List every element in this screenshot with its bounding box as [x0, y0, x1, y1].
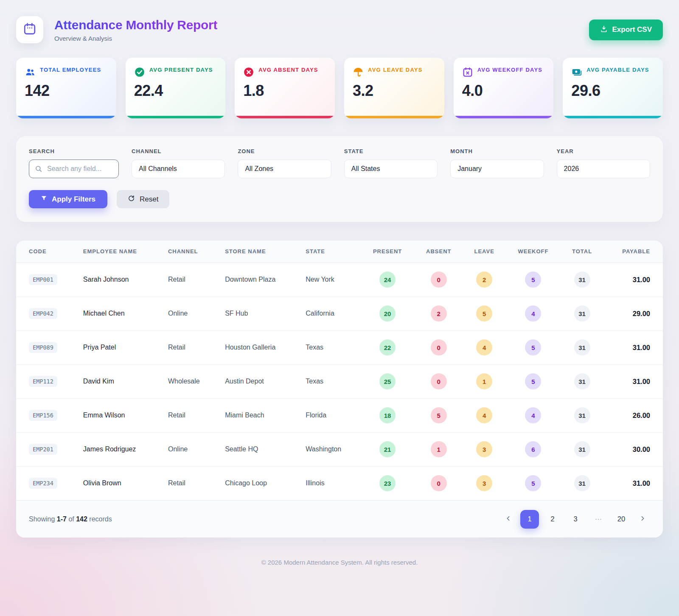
absent-days: 0 — [414, 364, 463, 398]
employee-code: EMP089 — [16, 330, 76, 364]
calendar-icon — [23, 22, 36, 37]
page-title: Attendance Monthly Report — [54, 18, 217, 32]
page-button-20[interactable]: 20 — [612, 510, 631, 529]
weekoff-days: 5 — [505, 466, 561, 500]
payable-days: 31.00 — [603, 364, 663, 398]
store-name: Downtown Plaza — [218, 263, 299, 297]
table-row: EMP112David KimWholesaleAustin DepotTexa… — [16, 364, 663, 398]
state: Illinois — [299, 466, 361, 500]
present-days: 18 — [361, 398, 414, 432]
table-row: EMP089Priya PatelRetailHouston GalleriaT… — [16, 330, 663, 364]
employee-name: Sarah Johnson — [76, 263, 161, 297]
table-row: EMP201James RodriguezOnlineSeattle HQWas… — [16, 432, 663, 466]
employee-code: EMP042 — [16, 297, 76, 330]
column-header-absent: Absent — [414, 241, 463, 263]
page-button-1[interactable]: 1 — [520, 510, 539, 529]
leave-days: 2 — [463, 263, 505, 297]
employee-code: EMP156 — [16, 398, 76, 432]
stat-card-avg-weekoff: Avg Weekoff Days4.0 — [454, 58, 554, 118]
page-button-3[interactable]: 3 — [566, 510, 585, 529]
stat-label: Avg Absent Days — [258, 66, 318, 74]
employee-name: Olivia Brown — [76, 466, 161, 500]
weekoff-days: 6 — [505, 432, 561, 466]
stat-card-total-employees: Total Employees142 — [16, 58, 116, 118]
absent-days: 1 — [414, 432, 463, 466]
year-label: Year — [557, 148, 650, 154]
present-days: 20 — [361, 297, 414, 330]
year-select[interactable]: 2026 — [557, 160, 650, 178]
export-csv-button[interactable]: Export CSV — [589, 20, 663, 40]
pagination-bar: Showing 1-7 of 142 records 123···20 — [16, 500, 663, 538]
stat-accent-bar — [235, 116, 335, 118]
stat-value: 3.2 — [353, 82, 436, 100]
absent-days: 0 — [414, 466, 463, 500]
attendance-table: CodeEmployee NameChannelStore NameStateP… — [16, 241, 663, 500]
channel: Online — [161, 297, 218, 330]
stat-label: Avg Present Days — [149, 66, 213, 74]
state-select[interactable]: All States — [344, 160, 438, 178]
page-ellipsis: ··· — [589, 510, 608, 529]
copyright-text: © 2026 Modern Attendance System. All rig… — [16, 559, 663, 566]
absent-days: 2 — [414, 297, 463, 330]
prev-page-button[interactable] — [501, 510, 516, 529]
banknote-icon — [571, 67, 582, 78]
channel-select[interactable]: All Channels — [132, 160, 225, 178]
table-row: EMP234Olivia BrownRetailChicago LoopIlli… — [16, 466, 663, 500]
column-header-channel: Channel — [161, 241, 218, 263]
state: New York — [299, 263, 361, 297]
funnel-icon — [41, 195, 47, 204]
present-days: 21 — [361, 432, 414, 466]
present-days: 25 — [361, 364, 414, 398]
chevron-left-icon — [505, 515, 512, 523]
total-days: 31 — [561, 297, 603, 330]
stat-card-avg-present: Avg Present Days22.4 — [126, 58, 226, 118]
employee-code: EMP001 — [16, 263, 76, 297]
absent-days: 0 — [414, 330, 463, 364]
users-icon — [25, 67, 36, 78]
present-days: 23 — [361, 466, 414, 500]
next-page-button[interactable] — [635, 510, 650, 529]
channel: Online — [161, 432, 218, 466]
employee-code: EMP112 — [16, 364, 76, 398]
reset-button[interactable]: Reset — [117, 190, 169, 208]
page-button-2[interactable]: 2 — [543, 510, 562, 529]
column-header-code: Code — [16, 241, 76, 263]
leave-days: 3 — [463, 466, 505, 500]
stat-accent-bar — [126, 116, 226, 118]
store-name: Houston Galleria — [218, 330, 299, 364]
stat-accent-bar — [563, 116, 663, 118]
absent-days: 0 — [414, 263, 463, 297]
stat-value: 142 — [25, 82, 108, 100]
search-label: Search — [29, 148, 119, 154]
stat-label: Total Employees — [40, 66, 101, 74]
stat-label: Avg Leave Days — [368, 66, 423, 74]
weekoff-days: 5 — [505, 263, 561, 297]
column-header-total: Total — [561, 241, 603, 263]
weekoff-days: 4 — [505, 297, 561, 330]
channel-label: Channel — [132, 148, 225, 154]
state: Texas — [299, 364, 361, 398]
column-header-weekoff: Weekoff — [505, 241, 561, 263]
column-header-leave: Leave — [463, 241, 505, 263]
month-label: Month — [450, 148, 544, 154]
payable-days: 31.00 — [603, 330, 663, 364]
page-subtitle: Overview & Analysis — [54, 35, 217, 42]
weekoff-days: 5 — [505, 364, 561, 398]
total-days: 31 — [561, 330, 603, 364]
state: Florida — [299, 398, 361, 432]
stat-accent-bar — [16, 116, 116, 118]
attendance-report-page: Attendance Monthly Report Overview & Ana… — [0, 0, 679, 566]
table-header-row: CodeEmployee NameChannelStore NameStateP… — [16, 241, 663, 263]
month-select[interactable]: January — [450, 160, 544, 178]
x-circle-icon — [243, 67, 254, 78]
store-name: Miami Beach — [218, 398, 299, 432]
zone-select[interactable]: All Zones — [238, 160, 331, 178]
payable-days: 30.00 — [603, 432, 663, 466]
apply-filters-button[interactable]: Apply Filters — [29, 190, 107, 208]
channel: Retail — [161, 330, 218, 364]
zone-label: Zone — [238, 148, 331, 154]
table-row: EMP042Michael ChenOnlineSF HubCalifornia… — [16, 297, 663, 330]
present-days: 22 — [361, 330, 414, 364]
store-name: Seattle HQ — [218, 432, 299, 466]
employee-name: Emma Wilson — [76, 398, 161, 432]
